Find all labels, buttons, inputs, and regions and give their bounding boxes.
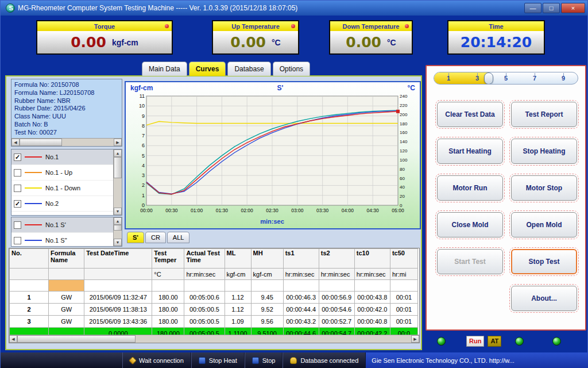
series-item-no-1[interactable]: ✓No.1 [11,150,113,165]
svg-text:10: 10 [139,103,145,109]
modulus-series-list: No.1 S'No.1 S" [11,217,122,247]
svg-text:02:30: 02:30 [266,208,278,213]
svg-text:4: 4 [142,163,145,168]
column-header-ts1[interactable]: ts1 [283,249,319,269]
scroll-right-icon[interactable] [411,335,419,343]
tab-curves[interactable]: Curves [189,62,226,76]
scrollbar-thumb[interactable] [114,225,122,231]
clear-test-data-button[interactable]: Clear Test Data [437,102,503,127]
svg-text:03:30: 03:30 [316,208,329,213]
cell: 180.00 [152,292,184,304]
series-item-no-2[interactable]: ✓No.2 [11,196,113,212]
start-heating-button[interactable]: Start Heating [437,139,503,164]
test-results-table: No.Formula NameTest DateTimeTest TemperA… [9,248,420,343]
svg-text:7: 7 [142,133,145,139]
scroll-right-icon[interactable] [114,139,122,146]
close-mold-button[interactable]: Close Mold [437,212,503,237]
svg-text:6: 6 [142,143,145,148]
scroll-up-icon[interactable] [114,217,122,225]
svg-text:100: 100 [400,158,408,163]
status-bar: Wait connectionStop HeatStopDatabase con… [1,352,588,368]
unit-cell: kgf-cm [225,269,251,280]
column-header-no[interactable]: No. [10,249,49,269]
motor-run-button[interactable]: Motor Run [437,175,503,201]
column-header-ml[interactable]: ML [225,249,251,269]
up-temperature-label: Up Temperature [213,21,298,31]
chart-tab-s[interactable]: S' [127,232,144,243]
svg-text:140: 140 [400,139,408,144]
checkbox[interactable]: ✓ [14,200,21,208]
scrollbar-thumb[interactable] [17,335,136,343]
unit-cell: hr:mi [390,269,417,280]
table-row[interactable] [10,280,418,292]
cell [251,280,283,292]
minimize-button[interactable]: — [524,3,541,13]
scroll-left-icon[interactable] [9,335,17,343]
column-header-test-datetime[interactable]: Test DateTime [84,249,152,269]
column-header-ts2[interactable]: ts2 [319,249,354,269]
chart-tab-all[interactable]: ALL [167,232,190,243]
stop-heating-button[interactable]: Stop Heating [511,139,577,164]
series-item-no-2-up[interactable]: No.2 - Up [11,212,113,215]
info-horizontal-scrollbar[interactable] [11,138,122,146]
column-header-tc10[interactable]: tc10 [354,249,390,269]
checkbox[interactable]: ✓ [14,154,21,161]
chart-tab-cr[interactable]: CR [145,232,166,243]
cell [354,280,390,292]
cell: 00:05:00.5 [184,304,225,316]
test-report-button[interactable]: Test Report [511,102,577,127]
title-bar[interactable]: MG-Rheometer Computer System Testing Mac… [1,1,587,16]
green-led-indicator [437,337,446,346]
close-button[interactable]: × [561,3,585,13]
cell: 2015/06/09 11:32:47 [84,292,152,304]
tab-database[interactable]: Database [227,62,270,76]
stop-test-button[interactable]: Stop Test [511,249,577,274]
column-header-mh[interactable]: MH [251,249,283,269]
series-item-no-1-up[interactable]: No.1 - Up [11,165,113,181]
chart-title: S' [277,84,284,92]
scroll-down-icon[interactable] [114,208,122,215]
series-list-scrollbar[interactable] [113,150,122,215]
tab-main-data[interactable]: Main Data [142,62,187,76]
slider-thumb[interactable] [484,72,493,85]
column-header-tc50[interactable]: tc50 [390,249,417,269]
checkbox[interactable] [14,237,21,244]
column-header-test-temper[interactable]: Test Temper [152,249,184,269]
down-temperature-display: Down Temperature0.00°C [329,20,413,55]
formula-info-line: Rubber Name: NBR [14,97,119,105]
series-list2-scrollbar[interactable] [113,217,122,246]
alarm-dot-icon [165,24,169,28]
cell: GW [49,304,84,316]
svg-text:180: 180 [400,121,408,126]
series-item-no-1-down[interactable]: No.1 - Down [11,181,113,196]
table-row[interactable]: 2GW2015/06/09 11:38:13180.0000:05:00.51.… [10,304,418,316]
about-button[interactable]: About... [511,286,577,311]
scroll-left-icon[interactable] [11,139,20,146]
tab-options[interactable]: Options [273,62,310,76]
svg-text:1: 1 [142,193,145,198]
table-row[interactable]: 1GW2015/06/09 11:32:47180.0000:05:00.61.… [10,292,418,304]
column-header-formula-name[interactable]: Formula Name [49,249,84,269]
series-item-no-1-s[interactable]: No.1 S" [11,233,113,246]
torque-reading: 0.00 [71,35,106,49]
status-label: Database connected [300,357,358,364]
checkbox[interactable] [14,169,21,177]
up-temperature-value: 0.00°C [213,31,298,53]
chart-tab-bar: S'CRALL [127,232,189,243]
torque-unit: kgf-cm [112,38,138,47]
scrollbar-thumb[interactable] [20,139,62,146]
table-horizontal-scrollbar[interactable] [9,335,419,343]
scrollbar-thumb[interactable] [114,157,122,178]
checkbox[interactable] [14,185,21,192]
column-header-actual-test-time[interactable]: Actual Test Time [184,249,225,269]
motor-stop-button[interactable]: Motor Stop [511,175,577,201]
open-mold-button[interactable]: Open Mold [511,212,577,237]
series-item-no-1-s[interactable]: No.1 S' [11,217,113,233]
channel-slider[interactable]: 13579 [434,72,578,85]
scroll-up-icon[interactable] [114,150,122,157]
scroll-down-icon[interactable] [114,239,122,246]
maximize-button[interactable]: □ [543,3,560,13]
checkbox[interactable] [14,221,21,229]
cell: 3 [10,316,49,328]
table-row[interactable]: 3GW2015/06/09 13:43:36180.0000:05:00.51.… [10,316,418,328]
